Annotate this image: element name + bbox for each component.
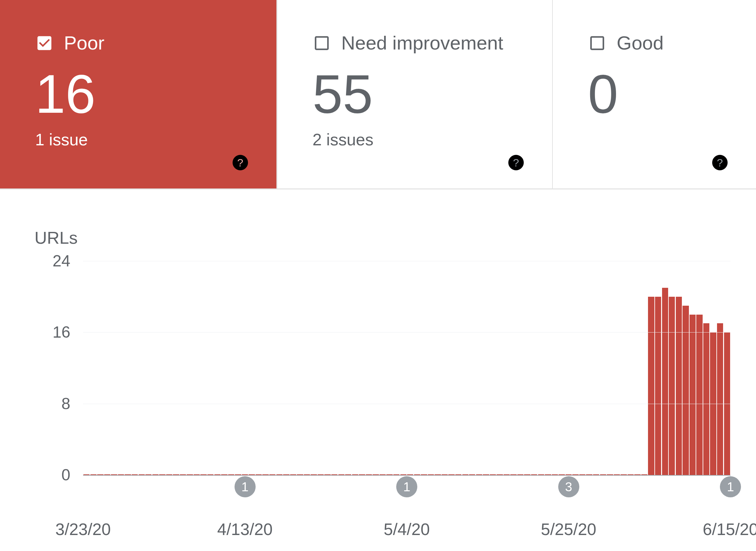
svg-text:?: ? xyxy=(238,156,244,169)
card-poor[interactable]: Poor 16 1 issue ? xyxy=(0,0,276,188)
help-icon[interactable]: ? xyxy=(711,153,729,172)
chart-bar xyxy=(662,288,668,475)
card-good-label: Good xyxy=(617,32,664,54)
card-good-value: 0 xyxy=(588,67,734,121)
checkbox-unchecked-icon xyxy=(313,34,331,52)
chart-xtick-label: 3/23/20 xyxy=(55,520,111,539)
chart-bar xyxy=(655,297,661,475)
chart-ytick-label: 8 xyxy=(32,395,70,413)
chart-bar xyxy=(690,315,696,475)
chart-event-marker[interactable]: 1 xyxy=(720,476,741,497)
urls-bar-chart: 3/23/204/13/205/4/205/25/206/15/201131 0… xyxy=(32,251,730,539)
chart-gridline xyxy=(83,261,730,261)
card-need-subtext: 2 issues xyxy=(313,130,530,149)
chart-ylabel: URLs xyxy=(34,228,730,247)
card-need-label: Need improvement xyxy=(341,32,503,54)
chart-bar xyxy=(717,323,723,475)
chart-event-marker[interactable]: 3 xyxy=(558,476,579,497)
chart-xtick-label: 5/25/20 xyxy=(541,520,597,539)
help-icon[interactable]: ? xyxy=(231,153,250,172)
card-need-improvement[interactable]: Need improvement 55 2 issues ? xyxy=(276,0,553,188)
chart-bar xyxy=(703,323,709,475)
svg-text:?: ? xyxy=(513,156,519,169)
chart-ytick-label: 0 xyxy=(32,466,70,484)
card-poor-subtext: 1 issue xyxy=(35,130,254,149)
checkbox-unchecked-icon xyxy=(588,34,607,52)
chart-ytick-label: 24 xyxy=(32,252,70,270)
card-poor-label: Poor xyxy=(64,32,104,54)
chart-bar xyxy=(683,306,689,475)
chart-event-marker[interactable]: 1 xyxy=(396,476,417,497)
chart-xtick-label: 4/13/20 xyxy=(217,520,273,539)
chart-xtick-label: 5/4/20 xyxy=(384,520,430,539)
chart-gridline xyxy=(83,332,730,333)
chart-ytick-label: 16 xyxy=(32,323,70,342)
chart-area: URLs 3/23/204/13/205/4/205/25/206/15/201… xyxy=(0,189,756,539)
chart-plot: 3/23/204/13/205/4/205/25/206/15/201131 xyxy=(83,251,730,539)
card-poor-value: 16 xyxy=(35,67,254,121)
summary-cards: Poor 16 1 issue ? Need improvement 55 2 … xyxy=(0,0,756,188)
chart-bar xyxy=(669,297,675,475)
svg-text:?: ? xyxy=(717,156,723,169)
card-need-value: 55 xyxy=(313,67,530,121)
help-icon[interactable]: ? xyxy=(507,153,525,172)
chart-bar xyxy=(648,297,654,475)
chart-bar xyxy=(676,297,682,475)
chart-baseline xyxy=(83,475,730,476)
chart-event-marker[interactable]: 1 xyxy=(235,476,256,497)
checkbox-checked-icon xyxy=(35,34,54,52)
card-good[interactable]: Good 0 ? xyxy=(553,0,756,188)
chart-xtick-label: 6/15/20 xyxy=(703,520,756,539)
chart-bar xyxy=(696,315,702,475)
